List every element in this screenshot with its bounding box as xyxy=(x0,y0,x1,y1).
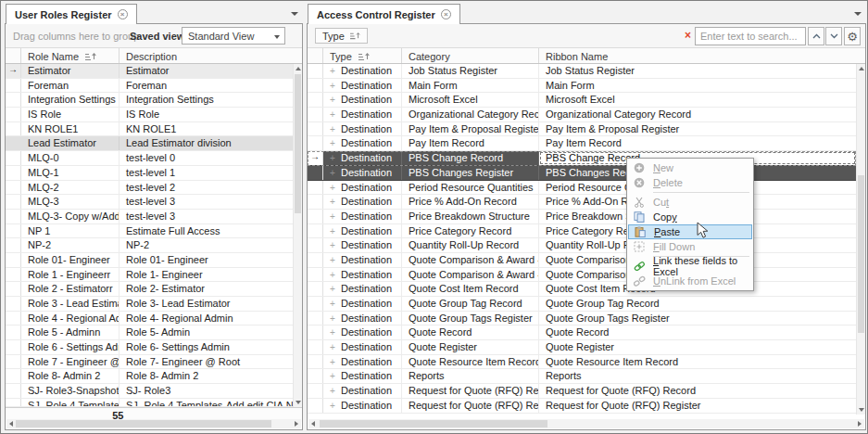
search-input[interactable] xyxy=(695,27,806,45)
table-row[interactable]: SJ- Role 4 Templates-Add... SJ- Role 4 T… xyxy=(6,399,293,407)
table-row[interactable]: Lead Estimator Lead Estimator division xyxy=(6,136,293,151)
expand-icon[interactable] xyxy=(330,270,338,280)
vertical-scrollbar[interactable] xyxy=(856,64,865,415)
cell-role-name[interactable]: Role 2 - Estimatorr xyxy=(21,282,120,296)
cell-category[interactable]: Request for Quote (RFQ) Record xyxy=(402,384,539,398)
menu-item-fill-down[interactable]: Fill Down xyxy=(628,239,752,254)
cell-description[interactable]: Role 4- Regional Admin xyxy=(120,312,293,326)
cell-role-name[interactable]: KN ROLE1 xyxy=(21,122,120,136)
cell-type[interactable]: Destination xyxy=(323,384,402,398)
scroll-right-icon[interactable] xyxy=(295,421,298,427)
table-row[interactable]: MLQ-3- Copy w/Add Projects test-level 3 xyxy=(6,210,293,224)
expand-icon[interactable] xyxy=(330,138,338,148)
table-row[interactable]: Destination Price Breakdown Structure Pr… xyxy=(308,210,856,224)
tab-access-control-register[interactable]: Access Control Register xyxy=(308,4,460,24)
cell-role-name[interactable]: Role 01- Engineer xyxy=(21,253,120,267)
table-row[interactable]: Destination Pay Item Record Pay Item Rec… xyxy=(308,136,856,151)
table-row[interactable]: KN ROLE1 KN ROLE1 xyxy=(6,122,293,137)
cell-role-name[interactable]: NP-2 xyxy=(21,238,120,252)
cell-category[interactable]: Quote Comparison & Award - Cost items xyxy=(402,253,539,267)
cell-role-name[interactable]: Integration Settings xyxy=(21,93,120,107)
expand-icon[interactable] xyxy=(330,313,338,324)
search-previous-button[interactable] xyxy=(808,27,824,45)
column-header-category[interactable]: Category xyxy=(402,48,539,63)
cell-description[interactable]: test-level 2 xyxy=(120,181,293,195)
table-row[interactable]: Destination Main Form Main Form xyxy=(308,79,856,94)
cell-role-name[interactable]: Role 5 - Adminn xyxy=(21,326,120,339)
cell-description[interactable]: NP-2 xyxy=(120,238,293,252)
cell-type[interactable]: Destination xyxy=(323,312,402,326)
cell-ribbon-name[interactable]: Pay Item Record xyxy=(539,136,856,150)
table-row[interactable]: Role 5 - Adminn Role 5- Admin xyxy=(6,326,293,340)
scroll-up-icon[interactable] xyxy=(296,67,301,70)
table-row[interactable]: NP 1 Estimate Full Access xyxy=(6,224,293,239)
cell-type[interactable]: Destination xyxy=(323,210,402,223)
cell-type[interactable]: Destination xyxy=(323,166,402,180)
expand-icon[interactable] xyxy=(330,342,338,352)
table-row[interactable]: Destination Period Resource Quantities P… xyxy=(308,181,856,196)
table-row[interactable]: Role 1 - Engineerr Role 1- Engineer xyxy=(6,268,293,283)
cell-ribbon-name[interactable]: Quote Group Tag Record xyxy=(539,297,856,311)
cell-description[interactable]: test-level 3 xyxy=(120,195,293,209)
expand-icon[interactable] xyxy=(330,327,338,338)
scrollbar-thumb[interactable] xyxy=(858,175,864,333)
cell-category[interactable]: PBS Change Record xyxy=(402,151,539,165)
cell-type[interactable]: Destination xyxy=(323,93,402,107)
scroll-up-icon[interactable] xyxy=(859,67,864,70)
cell-role-name[interactable]: MLQ-0 xyxy=(21,151,120,165)
cell-description[interactable]: Role 3- Lead Estimator xyxy=(120,297,293,311)
expand-icon[interactable] xyxy=(330,226,338,236)
table-row[interactable]: Role 2 - Estimatorr Role 2- Estimator xyxy=(6,282,293,297)
cell-type[interactable]: Destination xyxy=(323,79,402,93)
cell-category[interactable]: Quote Register xyxy=(402,340,539,354)
cell-description[interactable]: Foreman xyxy=(120,79,293,93)
cell-type[interactable]: Destination xyxy=(323,108,402,121)
cell-description[interactable]: Role 1- Engineer xyxy=(120,268,293,282)
scroll-left-icon[interactable] xyxy=(9,421,13,427)
cell-category[interactable]: Organizational Category Record xyxy=(402,108,539,121)
column-header-description[interactable]: Description xyxy=(120,48,302,63)
menu-item-paste[interactable]: Paste xyxy=(628,224,752,239)
chevron-down-icon[interactable] xyxy=(291,12,298,16)
cell-ribbon-name[interactable]: Quote Record xyxy=(539,326,856,339)
cell-description[interactable]: Lead Estimator division xyxy=(120,136,293,150)
menu-item-new[interactable]: New xyxy=(628,160,752,175)
cell-type[interactable]: Destination xyxy=(323,181,402,195)
cell-ribbon-name[interactable]: Organizational Category Record xyxy=(539,108,856,121)
cell-category[interactable]: Pay Item & Proposal Register xyxy=(402,122,539,136)
cell-description[interactable]: test-level 0 xyxy=(120,151,293,165)
cell-ribbon-name[interactable]: Main Form xyxy=(539,79,856,93)
table-row[interactable]: Destination Request for Quote (RFQ) Regi… xyxy=(308,399,856,414)
cell-category[interactable]: Main Form xyxy=(402,79,539,93)
table-row[interactable]: Destination Microsoft Excel Microsoft Ex… xyxy=(308,93,856,108)
table-row[interactable]: Destination PBS Changes Register PBS Cha… xyxy=(308,166,856,181)
cell-category[interactable]: Quote Resource Item Record xyxy=(402,355,539,369)
cell-type[interactable]: Destination xyxy=(323,297,402,311)
cell-role-name[interactable]: Lead Estimator xyxy=(21,136,120,150)
menu-item-copy[interactable]: Copy xyxy=(628,210,752,224)
cell-category[interactable]: Microsoft Excel xyxy=(402,93,539,107)
cell-role-name[interactable]: MLQ-1 xyxy=(21,166,120,180)
horizontal-scrollbar[interactable] xyxy=(308,419,864,428)
table-row[interactable]: Destination Quote Group Tags Register Qu… xyxy=(308,312,856,326)
cell-category[interactable]: Request for Quote (RFQ) Register xyxy=(402,399,539,413)
cell-type[interactable]: Destination xyxy=(323,238,402,252)
search-next-button[interactable] xyxy=(825,27,842,45)
cell-role-name[interactable]: Role 8- Admin 2 xyxy=(21,369,120,383)
cell-description[interactable]: test-level 1 xyxy=(120,166,293,180)
table-row[interactable]: Role 3 - Lead Estimator Role 3- Lead Est… xyxy=(6,297,293,312)
clear-search-icon[interactable]: × xyxy=(685,30,691,41)
cell-role-name[interactable]: Role 3 - Lead Estimator xyxy=(21,297,120,311)
table-row[interactable]: Destination Quote Resource Item Record Q… xyxy=(308,355,856,370)
cell-role-name[interactable]: Role 1 - Engineerr xyxy=(21,268,120,282)
table-row[interactable]: Destination Pay Item & Proposal Register… xyxy=(308,122,856,137)
cell-role-name[interactable]: MLQ-3- Copy w/Add Projects xyxy=(21,210,120,223)
expand-icon[interactable] xyxy=(330,124,338,134)
expand-icon[interactable] xyxy=(330,401,338,411)
scroll-down-icon[interactable] xyxy=(296,401,301,404)
menu-item-cut[interactable]: Cut xyxy=(628,195,752,210)
cell-type[interactable]: Destination xyxy=(323,195,402,209)
scrollbar-thumb[interactable] xyxy=(16,420,271,428)
cell-role-name[interactable]: MLQ-3 xyxy=(21,195,120,209)
cell-role-name[interactable]: Role 7 - Engineer @ Root xyxy=(21,355,120,369)
